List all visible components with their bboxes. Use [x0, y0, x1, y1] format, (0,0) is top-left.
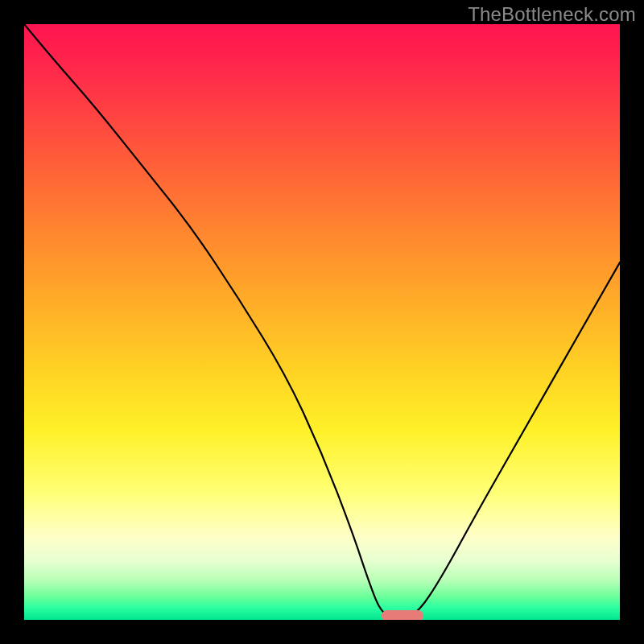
optimal-range-marker [382, 610, 423, 620]
watermark-text: TheBottleneck.com [468, 3, 636, 26]
bottleneck-curve-svg [24, 24, 620, 620]
bottleneck-curve [24, 24, 620, 618]
plot-area [24, 24, 620, 620]
chart-frame: TheBottleneck.com [0, 0, 644, 644]
